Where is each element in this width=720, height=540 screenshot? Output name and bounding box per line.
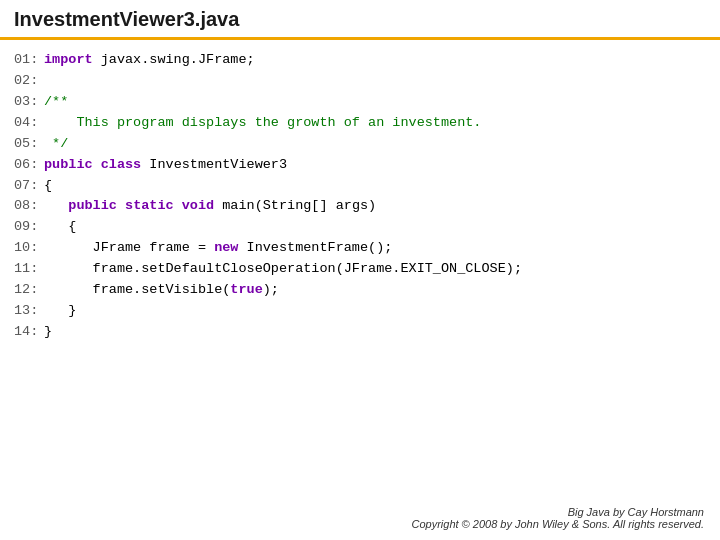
line-number: 02: — [14, 71, 44, 92]
code-line: 02: — [14, 71, 706, 92]
line-content: frame.setVisible(true); — [44, 280, 279, 301]
code-line: 03:/** — [14, 92, 706, 113]
line-content: { — [44, 176, 52, 197]
line-content: frame.setDefaultCloseOperation(JFrame.EX… — [44, 259, 522, 280]
footer: Big Java by Cay Horstmann Copyright © 20… — [411, 506, 704, 530]
line-content: } — [44, 322, 52, 343]
footer-line2: Copyright © 2008 by John Wiley & Sons. A… — [411, 518, 704, 530]
line-number: 09: — [14, 217, 44, 238]
line-number: 13: — [14, 301, 44, 322]
code-line: 07:{ — [14, 176, 706, 197]
line-content: public static void main(String[] args) — [44, 196, 376, 217]
page-title: InvestmentViewer3.java — [14, 8, 706, 31]
line-content: } — [44, 301, 76, 322]
code-line: 05: */ — [14, 134, 706, 155]
line-content: /** — [44, 92, 68, 113]
code-line: 13: } — [14, 301, 706, 322]
line-content: public class InvestmentViewer3 — [44, 155, 287, 176]
line-number: 05: — [14, 134, 44, 155]
code-area: 01:import javax.swing.JFrame;02:03:/**04… — [0, 40, 720, 353]
line-content: { — [44, 217, 76, 238]
code-line: 04: This program displays the growth of … — [14, 113, 706, 134]
code-line: 11: frame.setDefaultCloseOperation(JFram… — [14, 259, 706, 280]
line-number: 07: — [14, 176, 44, 197]
line-content: This program displays the growth of an i… — [44, 113, 481, 134]
code-line: 12: frame.setVisible(true); — [14, 280, 706, 301]
footer-line1: Big Java by Cay Horstmann — [411, 506, 704, 518]
code-line: 14:} — [14, 322, 706, 343]
line-number: 11: — [14, 259, 44, 280]
line-number: 06: — [14, 155, 44, 176]
line-content: import javax.swing.JFrame; — [44, 50, 255, 71]
line-number: 12: — [14, 280, 44, 301]
code-line: 06:public class InvestmentViewer3 — [14, 155, 706, 176]
code-line: 10: JFrame frame = new InvestmentFrame()… — [14, 238, 706, 259]
code-line: 09: { — [14, 217, 706, 238]
line-number: 10: — [14, 238, 44, 259]
line-content: JFrame frame = new InvestmentFrame(); — [44, 238, 392, 259]
code-line: 08: public static void main(String[] arg… — [14, 196, 706, 217]
line-number: 04: — [14, 113, 44, 134]
line-number: 03: — [14, 92, 44, 113]
line-content: */ — [44, 134, 68, 155]
code-line: 01:import javax.swing.JFrame; — [14, 50, 706, 71]
line-number: 01: — [14, 50, 44, 71]
line-number: 14: — [14, 322, 44, 343]
line-number: 08: — [14, 196, 44, 217]
title-bar: InvestmentViewer3.java — [0, 0, 720, 40]
